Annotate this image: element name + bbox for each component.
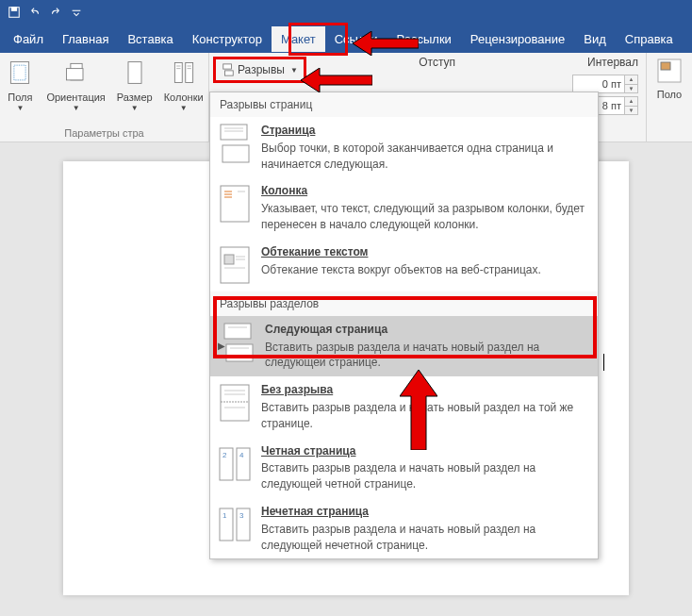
interval-label: Интервал	[587, 56, 638, 69]
undo-icon[interactable]	[25, 2, 45, 23]
orientation-icon	[61, 58, 91, 88]
columns-button[interactable]: Колонки ▼	[158, 56, 209, 116]
dd-item-column[interactable]: Колонка Указывает, что текст, следующий …	[210, 177, 598, 238]
tab-insert[interactable]: Вставка	[118, 26, 182, 52]
dd-page-desc: Выбор точки, в которой заканчивается одн…	[261, 141, 590, 173]
customize-qat-icon[interactable]	[66, 2, 87, 23]
orientation-label: Ориентация	[46, 91, 105, 104]
tab-review[interactable]: Рецензирование	[461, 26, 574, 52]
svg-rect-16	[661, 62, 670, 70]
spacing-before[interactable]: 0 пт ▲▼	[419, 75, 638, 93]
size-icon	[120, 58, 150, 88]
save-icon[interactable]	[4, 2, 25, 23]
next-page-section-icon	[222, 322, 255, 363]
tab-help[interactable]: Справка	[616, 26, 683, 52]
position-icon	[654, 56, 684, 86]
text-wrap-icon	[218, 244, 252, 286]
svg-rect-14	[225, 71, 234, 75]
page-break-icon	[218, 123, 252, 164]
dd-nextpage-title: Следующая страница	[265, 322, 590, 338]
dd-column-title: Колонка	[261, 183, 590, 199]
page-setup-group-title: Параметры стра	[64, 127, 143, 142]
tab-layout[interactable]: Макет	[272, 26, 325, 52]
svg-rect-26	[221, 247, 249, 283]
svg-rect-31	[224, 324, 251, 339]
dd-nextpage-desc: Вставить разрыв раздела и начать новый р…	[265, 340, 590, 372]
dd-item-page[interactable]: Страница Выбор точки, в которой заканчив…	[210, 117, 598, 177]
dd-evenpage-desc: Вставить разрыв раздела и начать новый р…	[261, 460, 590, 492]
svg-text:3: 3	[239, 511, 244, 520]
position-button[interactable]: Поло	[647, 53, 692, 103]
tab-file[interactable]: Файл	[4, 26, 53, 52]
svg-rect-32	[226, 344, 253, 361]
dd-item-odd-page[interactable]: 13 Нечетная страница Вставить разрыв раз…	[210, 498, 598, 558]
dd-wrap-desc: Обтекание текста вокруг объектов на веб-…	[261, 262, 590, 278]
svg-rect-6	[128, 62, 141, 84]
spacing-after-stepper[interactable]: ▲▼	[625, 96, 638, 115]
redo-icon[interactable]	[45, 2, 66, 23]
tab-home[interactable]: Главная	[53, 26, 118, 52]
columns-icon	[169, 58, 199, 88]
svg-rect-5	[66, 69, 83, 80]
size-label: Размер	[117, 91, 153, 104]
title-bar	[0, 0, 692, 25]
column-break-icon	[218, 183, 252, 225]
tab-view[interactable]: Вид	[574, 26, 616, 52]
spacing-before-value[interactable]: 0 пт	[572, 75, 625, 93]
dd-item-next-page[interactable]: ▶ Следующая страница Вставить разрыв раз…	[210, 316, 598, 376]
odd-page-section-icon: 13	[218, 504, 252, 545]
dd-item-wrap[interactable]: Обтекание текстом Обтекание текста вокру…	[210, 239, 598, 291]
breaks-label: Разрывы	[238, 63, 285, 76]
spacing-before-stepper[interactable]: ▲▼	[625, 75, 638, 93]
position-label: Поло	[657, 89, 682, 100]
continuous-section-icon	[218, 382, 252, 424]
dd-page-title: Страница	[261, 123, 590, 139]
margins-label: Поля	[8, 91, 32, 104]
arrow-to-breaks	[301, 68, 372, 92]
dd-wrap-title: Обтекание текстом	[261, 244, 590, 260]
svg-rect-1	[11, 8, 16, 11]
dd-section-section-breaks: Разрывы разделов	[210, 291, 598, 316]
margins-button[interactable]: Поля ▼	[0, 56, 41, 116]
breaks-icon	[222, 63, 235, 76]
svg-rect-18	[222, 145, 249, 162]
arrow-to-next-page	[400, 370, 437, 454]
svg-rect-17	[221, 125, 247, 140]
margins-icon	[5, 58, 35, 88]
dd-oddpage-title: Нечетная страница	[261, 504, 590, 520]
dd-oddpage-desc: Вставить разрыв раздела и начать новый р…	[261, 522, 590, 554]
svg-text:4: 4	[239, 451, 244, 459]
svg-rect-27	[224, 255, 234, 264]
arrow-to-maket	[353, 31, 419, 56]
columns-label: Колонки	[164, 91, 204, 104]
orientation-button[interactable]: Ориентация ▼	[41, 56, 110, 116]
svg-text:1: 1	[222, 511, 227, 520]
breaks-button[interactable]: Разрывы ▼	[213, 57, 306, 83]
even-page-section-icon: 24	[218, 443, 252, 485]
tab-design[interactable]: Конструктор	[183, 26, 272, 52]
indent-label: Отступ	[419, 56, 455, 69]
menu-bar: Файл Главная Вставка Конструктор Макет С…	[0, 25, 692, 53]
text-cursor	[603, 354, 604, 371]
dd-column-desc: Указывает, что текст, следующий за разры…	[261, 201, 590, 233]
svg-text:2: 2	[222, 451, 227, 459]
dd-section-page-breaks: Разрывы страниц	[210, 92, 598, 117]
breaks-dropdown: Разрывы страниц Страница Выбор точки, в …	[209, 92, 599, 559]
svg-rect-13	[223, 64, 232, 69]
size-button[interactable]: Размер ▼	[111, 56, 158, 116]
